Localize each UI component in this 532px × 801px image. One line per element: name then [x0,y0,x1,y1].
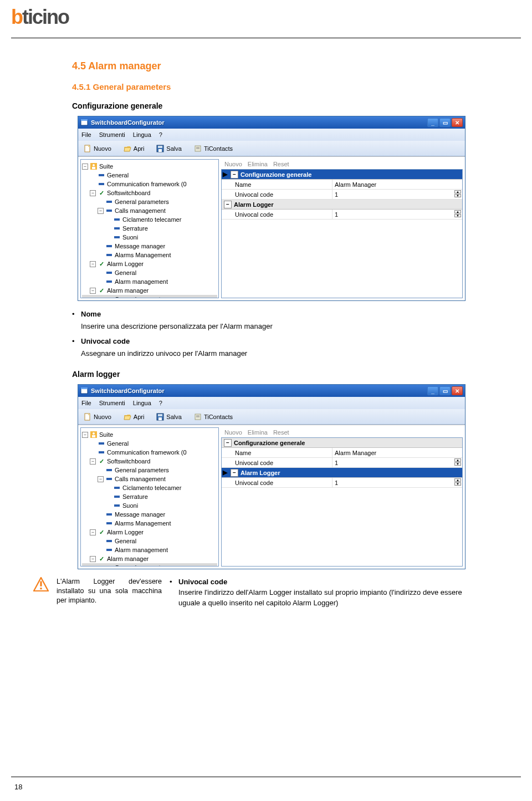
spin-down-icon[interactable]: ▼ [454,194,461,197]
tree-suite[interactable]: −Suite [82,162,217,171]
prop-row-logger-uc[interactable]: Univocal code1▲▼ [222,210,462,220]
tree-msgmgr[interactable]: Message manager [82,242,217,251]
collapse-icon[interactable]: − [224,201,232,208]
tree-am-genparams[interactable]: General parameters [82,295,217,298]
prop-row-logger-uc[interactable]: Univocal code1▲▼ [222,478,462,488]
menu-strumenti[interactable]: Strumenti [99,131,125,138]
svg-rect-11 [92,167,95,169]
tree-msgmgr[interactable]: Message manager [82,510,217,519]
prop-row-name[interactable]: NameAlarm Manager [222,448,462,458]
spin-up-icon[interactable]: ▲ [454,458,461,462]
minimize-button[interactable]: _ [427,386,438,395]
spinner-control[interactable]: ▲▼ [454,478,461,486]
tree-general[interactable]: General [82,171,217,180]
prop-row-univocal[interactable]: Univocal code1▲▼ [222,190,462,200]
tree-serr[interactable]: Serrature [82,492,217,501]
tree-commfw[interactable]: Communication framework (0 [82,448,217,457]
menu-lingua[interactable]: Lingua [133,400,151,406]
warning-note-text: L'Alarm Logger dev'essere installato su … [57,577,162,605]
menu-help[interactable]: ? [159,131,162,138]
tree-al-general[interactable]: General [82,537,217,545]
tree-al-mgmt[interactable]: Alarm management [82,277,217,286]
tree-pane[interactable]: −Suite General Communication framework (… [80,427,219,567]
window-title: SwitchboardConfigurator [91,387,427,394]
tree-serr[interactable]: Serrature [82,224,217,233]
title-bar: SwitchboardConfigurator _ ▭ ✕ [78,385,465,397]
menu-help[interactable]: ? [159,400,162,406]
menu-file[interactable]: File [81,400,91,406]
prop-nuovo[interactable]: Nuovo [224,429,242,436]
tool-ticontacts[interactable]: TiContacts [192,144,235,154]
tree-alarmlogger[interactable]: −✓Alarm Logger [82,259,217,268]
prop-nuovo[interactable]: Nuovo [224,161,242,167]
spinner-control[interactable]: ▲▼ [454,458,461,466]
collapse-icon[interactable]: − [224,439,232,447]
tree-callsmgmt[interactable]: −Calls management [82,475,217,483]
tree-softsb[interactable]: −✓Softswitchboard [82,457,217,466]
tool-nuovo[interactable]: Nuovo [81,144,114,154]
maximize-button[interactable]: ▭ [439,386,451,395]
svg-rect-0 [81,120,88,125]
spinner-control[interactable]: ▲▼ [454,210,461,217]
tree-alarmlogger[interactable]: −✓Alarm Logger [82,528,217,537]
tool-apri[interactable]: Apri [121,144,147,154]
tool-salva[interactable]: Salva [154,144,184,154]
tree-general[interactable]: General [82,439,217,448]
tree-alarmmgr[interactable]: −✓Alarm manager [82,554,217,563]
tree-genparams[interactable]: General parameters [82,197,217,206]
prop-reset[interactable]: Reset [273,161,289,167]
prop-header-conf[interactable]: ▶−Configurazione generale [222,170,462,180]
suite-icon [90,163,98,170]
tree-genparams[interactable]: General parameters [82,466,217,475]
tree-am-genparams[interactable]: General parameters [82,563,217,567]
tool-apri[interactable]: Apri [121,412,147,422]
row-arrow-icon: ▶ [222,171,228,178]
svg-rect-12 [81,389,88,394]
spin-down-icon[interactable]: ▼ [454,462,461,466]
svg-rect-17 [158,417,162,420]
tree-callsmgmt[interactable]: −Calls management [82,206,217,215]
menu-strumenti[interactable]: Strumenti [99,400,125,406]
tool-nuovo[interactable]: Nuovo [81,412,114,422]
svg-rect-16 [158,414,162,416]
tree-alarmmgr[interactable]: −✓Alarm manager [82,286,217,295]
tree-al-mgmt[interactable]: Alarm management [82,545,217,554]
svg-rect-4 [158,146,162,148]
close-button[interactable]: ✕ [452,118,463,127]
tree-pane[interactable]: −Suite General Communication framework (… [80,159,219,298]
prop-elimina[interactable]: Elimina [248,429,268,436]
spin-down-icon[interactable]: ▼ [454,214,461,217]
minimize-button[interactable]: _ [427,118,438,127]
spin-up-icon[interactable]: ▲ [454,210,461,213]
prop-header-conf[interactable]: −Configurazione generale [222,438,462,448]
tree-suoni[interactable]: Suoni [82,233,217,242]
prop-row-univocal[interactable]: Univocal code1▲▼ [222,458,462,468]
tree-commfw[interactable]: Communication framework (0 [82,180,217,188]
bullets-conf-generale: •Nome Inserire una descrizione personali… [72,309,482,359]
tree-al-general[interactable]: General [82,268,217,277]
tree-suoni[interactable]: Suoni [82,501,217,510]
tool-salva[interactable]: Salva [154,412,184,422]
spinner-control[interactable]: ▲▼ [454,190,461,197]
spin-up-icon[interactable]: ▲ [454,478,461,482]
tree-softsb[interactable]: −✓Softswitchboard [82,188,217,197]
tree-alarmsmgmt[interactable]: Alarms Management [82,519,217,528]
spin-down-icon[interactable]: ▼ [454,482,461,486]
maximize-button[interactable]: ▭ [439,118,451,127]
spin-up-icon[interactable]: ▲ [454,190,461,193]
tool-ticontacts[interactable]: TiContacts [192,412,235,422]
menu-file[interactable]: File [81,131,91,138]
prop-header-logger[interactable]: ▶−Alarm Logger [222,468,462,478]
prop-elimina[interactable]: Elimina [248,161,268,167]
collapse-icon[interactable]: − [231,469,238,477]
tree-cicl[interactable]: Ciclamento telecamer [82,483,217,492]
close-button[interactable]: ✕ [452,386,463,395]
tree-suite[interactable]: −Suite [82,430,217,439]
tree-alarmsmgmt[interactable]: Alarms Management [82,251,217,259]
prop-header-logger[interactable]: −Alarm Logger [222,200,462,210]
prop-reset[interactable]: Reset [273,429,289,436]
collapse-icon[interactable]: − [231,171,238,178]
tree-cicl[interactable]: Ciclamento telecamer [82,215,217,224]
menu-lingua[interactable]: Lingua [133,131,151,138]
prop-row-name[interactable]: NameAlarm Manager [222,180,462,190]
